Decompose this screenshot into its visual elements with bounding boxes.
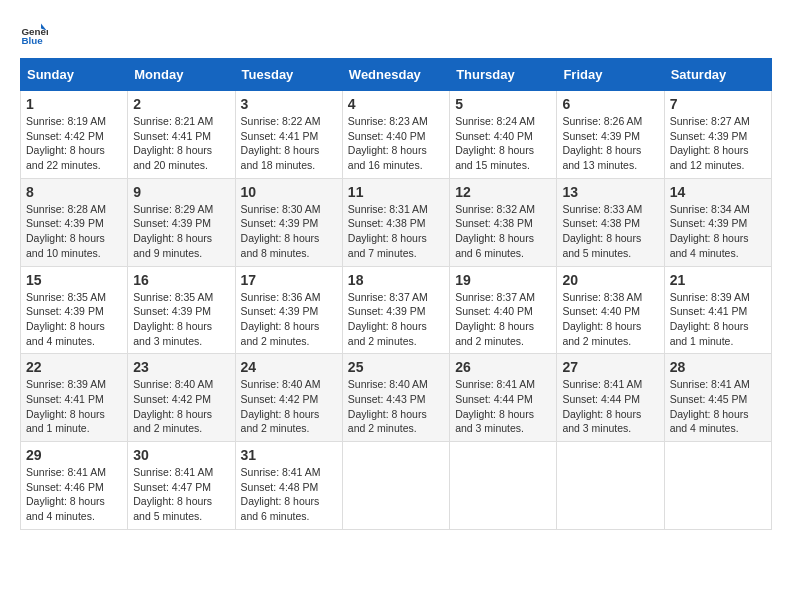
calendar-cell: 22 Sunrise: 8:39 AM Sunset: 4:41 PM Dayl… [21,354,128,442]
day-number: 18 [348,272,444,288]
day-number: 20 [562,272,658,288]
day-number: 28 [670,359,766,375]
calendar-cell: 30 Sunrise: 8:41 AM Sunset: 4:47 PM Dayl… [128,442,235,530]
page-header: General Blue [20,20,772,48]
day-number: 6 [562,96,658,112]
calendar-cell: 18 Sunrise: 8:37 AM Sunset: 4:39 PM Dayl… [342,266,449,354]
calendar-week-row: 1 Sunrise: 8:19 AM Sunset: 4:42 PM Dayli… [21,91,772,179]
day-number: 19 [455,272,551,288]
day-info: Sunrise: 8:27 AM Sunset: 4:39 PM Dayligh… [670,114,766,173]
calendar-cell: 23 Sunrise: 8:40 AM Sunset: 4:42 PM Dayl… [128,354,235,442]
calendar-header-tuesday: Tuesday [235,59,342,91]
day-info: Sunrise: 8:23 AM Sunset: 4:40 PM Dayligh… [348,114,444,173]
day-number: 7 [670,96,766,112]
calendar-cell: 6 Sunrise: 8:26 AM Sunset: 4:39 PM Dayli… [557,91,664,179]
day-number: 30 [133,447,229,463]
calendar-cell: 20 Sunrise: 8:38 AM Sunset: 4:40 PM Dayl… [557,266,664,354]
calendar-table: SundayMondayTuesdayWednesdayThursdayFrid… [20,58,772,530]
logo-icon: General Blue [20,20,48,48]
day-info: Sunrise: 8:29 AM Sunset: 4:39 PM Dayligh… [133,202,229,261]
calendar-cell [342,442,449,530]
calendar-cell: 17 Sunrise: 8:36 AM Sunset: 4:39 PM Dayl… [235,266,342,354]
day-info: Sunrise: 8:37 AM Sunset: 4:40 PM Dayligh… [455,290,551,349]
day-info: Sunrise: 8:33 AM Sunset: 4:38 PM Dayligh… [562,202,658,261]
calendar-cell: 11 Sunrise: 8:31 AM Sunset: 4:38 PM Dayl… [342,178,449,266]
calendar-cell [664,442,771,530]
day-info: Sunrise: 8:35 AM Sunset: 4:39 PM Dayligh… [26,290,122,349]
day-info: Sunrise: 8:41 AM Sunset: 4:44 PM Dayligh… [455,377,551,436]
day-number: 11 [348,184,444,200]
day-info: Sunrise: 8:35 AM Sunset: 4:39 PM Dayligh… [133,290,229,349]
calendar-header-wednesday: Wednesday [342,59,449,91]
calendar-cell: 29 Sunrise: 8:41 AM Sunset: 4:46 PM Dayl… [21,442,128,530]
calendar-cell: 19 Sunrise: 8:37 AM Sunset: 4:40 PM Dayl… [450,266,557,354]
logo: General Blue [20,20,48,48]
calendar-cell: 27 Sunrise: 8:41 AM Sunset: 4:44 PM Dayl… [557,354,664,442]
day-info: Sunrise: 8:19 AM Sunset: 4:42 PM Dayligh… [26,114,122,173]
calendar-cell: 9 Sunrise: 8:29 AM Sunset: 4:39 PM Dayli… [128,178,235,266]
day-number: 4 [348,96,444,112]
day-number: 1 [26,96,122,112]
day-number: 13 [562,184,658,200]
calendar-week-row: 15 Sunrise: 8:35 AM Sunset: 4:39 PM Dayl… [21,266,772,354]
calendar-cell: 10 Sunrise: 8:30 AM Sunset: 4:39 PM Dayl… [235,178,342,266]
day-number: 17 [241,272,337,288]
day-number: 22 [26,359,122,375]
day-info: Sunrise: 8:22 AM Sunset: 4:41 PM Dayligh… [241,114,337,173]
calendar-cell: 28 Sunrise: 8:41 AM Sunset: 4:45 PM Dayl… [664,354,771,442]
calendar-cell: 12 Sunrise: 8:32 AM Sunset: 4:38 PM Dayl… [450,178,557,266]
calendar-cell: 24 Sunrise: 8:40 AM Sunset: 4:42 PM Dayl… [235,354,342,442]
calendar-cell: 16 Sunrise: 8:35 AM Sunset: 4:39 PM Dayl… [128,266,235,354]
calendar-cell: 14 Sunrise: 8:34 AM Sunset: 4:39 PM Dayl… [664,178,771,266]
day-info: Sunrise: 8:41 AM Sunset: 4:47 PM Dayligh… [133,465,229,524]
day-number: 27 [562,359,658,375]
day-number: 25 [348,359,444,375]
calendar-cell: 3 Sunrise: 8:22 AM Sunset: 4:41 PM Dayli… [235,91,342,179]
day-number: 16 [133,272,229,288]
day-info: Sunrise: 8:39 AM Sunset: 4:41 PM Dayligh… [26,377,122,436]
calendar-week-row: 8 Sunrise: 8:28 AM Sunset: 4:39 PM Dayli… [21,178,772,266]
day-info: Sunrise: 8:40 AM Sunset: 4:43 PM Dayligh… [348,377,444,436]
day-number: 8 [26,184,122,200]
calendar-week-row: 29 Sunrise: 8:41 AM Sunset: 4:46 PM Dayl… [21,442,772,530]
day-info: Sunrise: 8:39 AM Sunset: 4:41 PM Dayligh… [670,290,766,349]
calendar-header-thursday: Thursday [450,59,557,91]
calendar-cell: 1 Sunrise: 8:19 AM Sunset: 4:42 PM Dayli… [21,91,128,179]
day-number: 14 [670,184,766,200]
day-number: 21 [670,272,766,288]
day-info: Sunrise: 8:24 AM Sunset: 4:40 PM Dayligh… [455,114,551,173]
day-info: Sunrise: 8:36 AM Sunset: 4:39 PM Dayligh… [241,290,337,349]
day-info: Sunrise: 8:21 AM Sunset: 4:41 PM Dayligh… [133,114,229,173]
day-info: Sunrise: 8:38 AM Sunset: 4:40 PM Dayligh… [562,290,658,349]
calendar-cell: 25 Sunrise: 8:40 AM Sunset: 4:43 PM Dayl… [342,354,449,442]
day-number: 2 [133,96,229,112]
day-info: Sunrise: 8:30 AM Sunset: 4:39 PM Dayligh… [241,202,337,261]
day-info: Sunrise: 8:40 AM Sunset: 4:42 PM Dayligh… [241,377,337,436]
day-number: 29 [26,447,122,463]
day-info: Sunrise: 8:41 AM Sunset: 4:45 PM Dayligh… [670,377,766,436]
day-info: Sunrise: 8:41 AM Sunset: 4:48 PM Dayligh… [241,465,337,524]
day-info: Sunrise: 8:32 AM Sunset: 4:38 PM Dayligh… [455,202,551,261]
calendar-week-row: 22 Sunrise: 8:39 AM Sunset: 4:41 PM Dayl… [21,354,772,442]
day-number: 9 [133,184,229,200]
svg-text:Blue: Blue [21,35,43,46]
calendar-header-sunday: Sunday [21,59,128,91]
calendar-header-saturday: Saturday [664,59,771,91]
calendar-cell: 2 Sunrise: 8:21 AM Sunset: 4:41 PM Dayli… [128,91,235,179]
day-info: Sunrise: 8:34 AM Sunset: 4:39 PM Dayligh… [670,202,766,261]
day-number: 15 [26,272,122,288]
day-info: Sunrise: 8:41 AM Sunset: 4:46 PM Dayligh… [26,465,122,524]
day-info: Sunrise: 8:37 AM Sunset: 4:39 PM Dayligh… [348,290,444,349]
day-number: 10 [241,184,337,200]
day-number: 26 [455,359,551,375]
calendar-header-monday: Monday [128,59,235,91]
day-info: Sunrise: 8:28 AM Sunset: 4:39 PM Dayligh… [26,202,122,261]
calendar-cell [557,442,664,530]
calendar-body: 1 Sunrise: 8:19 AM Sunset: 4:42 PM Dayli… [21,91,772,530]
day-info: Sunrise: 8:26 AM Sunset: 4:39 PM Dayligh… [562,114,658,173]
day-number: 12 [455,184,551,200]
day-number: 24 [241,359,337,375]
calendar-cell: 13 Sunrise: 8:33 AM Sunset: 4:38 PM Dayl… [557,178,664,266]
calendar-cell: 8 Sunrise: 8:28 AM Sunset: 4:39 PM Dayli… [21,178,128,266]
calendar-cell: 26 Sunrise: 8:41 AM Sunset: 4:44 PM Dayl… [450,354,557,442]
